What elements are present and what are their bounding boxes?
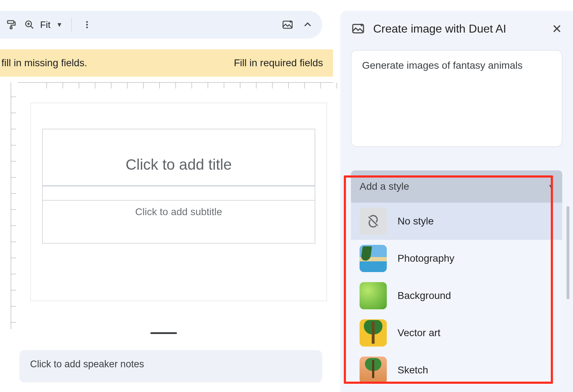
style-option-photography[interactable]: Photography	[351, 240, 562, 277]
side-panel-title: Create image with Duet AI	[373, 22, 544, 35]
background-thumb-icon	[360, 282, 387, 309]
speaker-notes-resize-handle[interactable]	[150, 332, 177, 334]
chevron-down-icon: ▼	[56, 21, 63, 29]
svg-point-8	[86, 26, 88, 28]
subtitle-text: Click to add subtitle	[135, 206, 222, 218]
speaker-notes-area[interactable]: Click to add speaker notes	[19, 350, 322, 382]
image-sparkle-icon	[351, 21, 365, 36]
paint-format-button[interactable]	[4, 18, 18, 32]
separator	[71, 18, 72, 32]
duet-side-panel: Create image with Duet AI Generate image…	[340, 11, 573, 392]
style-option-label: Photography	[398, 253, 454, 264]
title-placeholder[interactable]: Click to add title	[42, 129, 315, 200]
style-option-vector-art[interactable]: Vector art	[351, 314, 562, 352]
svg-point-7	[86, 24, 88, 26]
vector-art-thumb-icon	[360, 319, 387, 347]
side-panel-header: Create image with Duet AI	[351, 21, 562, 36]
speaker-notes-text: Click to add speaker notes	[30, 359, 144, 369]
close-icon	[552, 23, 562, 34]
more-options-button[interactable]	[80, 18, 94, 32]
scrollbar[interactable]	[567, 206, 569, 299]
required-fields-banner: fill in missing fields. Fill in required…	[0, 49, 333, 77]
slide-canvas[interactable]: Click to add title Click to add subtitle	[31, 103, 327, 301]
style-option-label: Background	[398, 290, 451, 301]
chevron-up-icon	[303, 20, 313, 30]
toolbar: Fit ▼	[0, 11, 322, 39]
banner-left-text: fill in missing fields.	[1, 57, 87, 69]
svg-rect-0	[8, 21, 14, 24]
prompt-text: Generate images of fantasy animals	[362, 60, 523, 71]
title-underline	[43, 185, 315, 187]
zoom-dropdown[interactable]: Fit ▼	[24, 19, 63, 30]
image-sparkle-icon	[281, 19, 294, 31]
prompt-input[interactable]: Generate images of fantasy animals	[351, 50, 562, 147]
style-option-sketch[interactable]: Sketch	[351, 352, 562, 389]
paint-roller-icon	[6, 19, 16, 30]
style-option-label: No style	[398, 216, 434, 227]
style-header-label: Add a style	[360, 181, 409, 192]
duet-image-button[interactable]	[281, 18, 294, 32]
svg-line-3	[31, 26, 33, 29]
sketch-thumb-icon	[360, 357, 387, 384]
no-style-icon	[360, 208, 387, 235]
zoom-in-icon	[24, 20, 34, 30]
style-dropdown-header[interactable]: Add a style ▼	[351, 170, 562, 203]
subtitle-placeholder[interactable]: Click to add subtitle	[42, 200, 315, 243]
horizontal-ruler	[18, 82, 333, 97]
style-options-list: No style Photography Background Vector a…	[351, 203, 562, 389]
svg-rect-1	[10, 27, 12, 29]
zoom-level-label: Fit	[40, 19, 50, 30]
banner-right-link[interactable]: Fill in required fields	[234, 57, 323, 69]
chevron-down-icon: ▼	[548, 183, 554, 190]
more-vertical-icon	[82, 20, 92, 29]
style-option-background[interactable]: Background	[351, 277, 562, 314]
style-option-label: Vector art	[398, 327, 440, 339]
photography-thumb-icon	[360, 245, 387, 272]
vertical-ruler	[11, 82, 18, 329]
style-option-label: Sketch	[398, 364, 428, 376]
title-text: Click to add title	[126, 156, 232, 173]
style-option-no-style[interactable]: No style	[351, 203, 562, 240]
close-panel-button[interactable]	[552, 23, 562, 34]
collapse-button[interactable]	[301, 18, 314, 32]
svg-point-6	[86, 21, 88, 23]
